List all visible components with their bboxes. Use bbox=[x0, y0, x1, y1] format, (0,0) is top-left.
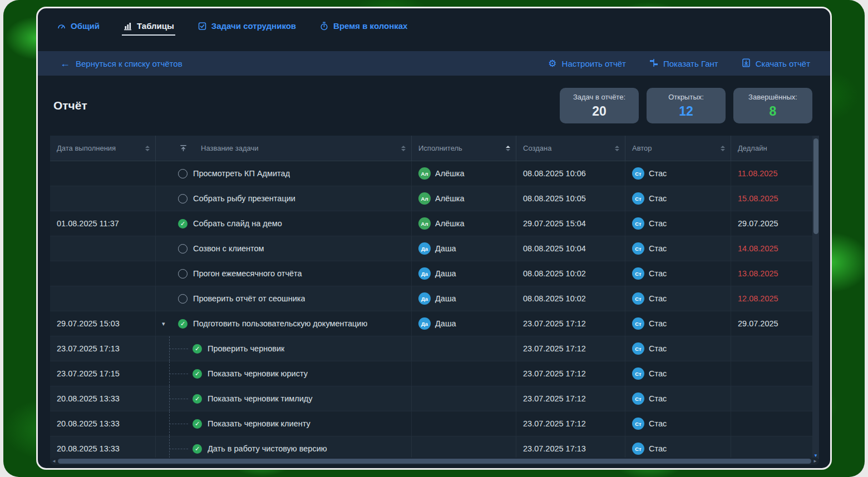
table-row[interactable]: 20.08.2025 13:33✓Показать черновик клиен… bbox=[50, 411, 812, 436]
sort-icon[interactable] bbox=[721, 146, 725, 151]
task-title-cell[interactable]: Созвон с клиентом bbox=[156, 236, 412, 261]
column-header-created[interactable]: Создана bbox=[516, 136, 625, 161]
author-cell: СтСтас bbox=[625, 386, 731, 411]
tab-tables[interactable]: Таблицы bbox=[122, 17, 175, 36]
table-row[interactable]: 23.07.2025 17:15✓Показать черновик юрист… bbox=[50, 361, 812, 386]
scroll-left-icon[interactable]: ◄ bbox=[50, 458, 58, 465]
done-status-icon[interactable]: ✓ bbox=[193, 419, 202, 429]
column-header-deadline[interactable]: Дедлайн bbox=[731, 136, 812, 161]
table-row[interactable]: Просмотреть КП АдмитадАлАлёшка08.08.2025… bbox=[50, 161, 812, 186]
table-row[interactable]: Собрать рыбу презентацииАлАлёшка08.08.20… bbox=[50, 186, 812, 211]
vertical-scrollbar-thumb[interactable] bbox=[813, 138, 818, 234]
collapse-caret-icon[interactable]: ▾ bbox=[162, 320, 165, 327]
avatar: Ст bbox=[632, 418, 644, 430]
author-cell: СтСтас bbox=[625, 186, 731, 211]
task-title-cell[interactable]: ✓Показать черновик тимлиду bbox=[156, 386, 412, 411]
action-label: Показать Гант bbox=[663, 59, 718, 68]
sort-icon[interactable] bbox=[401, 146, 406, 151]
download-report-button[interactable]: Скачать отчёт bbox=[742, 58, 810, 69]
author-cell: СтСтас bbox=[625, 236, 731, 261]
action-label: Настроить отчёт bbox=[562, 59, 626, 68]
column-header-done-date[interactable]: Дата выполнения bbox=[50, 136, 156, 161]
author-cell: СтСтас bbox=[625, 211, 731, 236]
column-header-author[interactable]: Автор bbox=[625, 136, 731, 161]
assignee-cell bbox=[412, 411, 516, 436]
assignee-cell: АлАлёшка bbox=[412, 186, 516, 211]
assignee-cell: АлАлёшка bbox=[412, 211, 516, 236]
person-name: Стас bbox=[649, 269, 667, 278]
task-title-cell[interactable]: Проверить отчёт от сеошника bbox=[156, 286, 412, 311]
avatar: Ал bbox=[418, 217, 431, 230]
task-title-cell[interactable]: ✓Показать черновик клиенту bbox=[156, 411, 412, 436]
deadline-cell: 12.08.2025 bbox=[731, 286, 812, 311]
column-header-task-title[interactable]: Название задачи bbox=[156, 136, 412, 161]
task-title-cell[interactable]: ▾✓Подготовить пользовательскую документа… bbox=[156, 311, 412, 336]
table-row[interactable]: Проверить отчёт от сеошникаДаДаша08.08.2… bbox=[50, 286, 812, 311]
done-status-icon[interactable]: ✓ bbox=[193, 444, 202, 454]
sort-icon[interactable] bbox=[615, 146, 619, 151]
back-label: Вернуться к списку отчётов bbox=[76, 59, 183, 68]
show-gantt-button[interactable]: Показать Гант bbox=[649, 58, 718, 69]
assignee-cell bbox=[412, 386, 516, 411]
person-name: Стас bbox=[649, 369, 667, 378]
author-cell: СтСтас bbox=[625, 286, 731, 311]
app-window: Общий Таблицы Задачи сотрудников Время в… bbox=[36, 7, 832, 470]
open-status-icon[interactable] bbox=[178, 169, 188, 178]
done-date-cell: 23.07.2025 17:15 bbox=[50, 361, 156, 386]
sort-icon[interactable] bbox=[506, 146, 510, 151]
person-name: Стас bbox=[649, 419, 667, 428]
table-row[interactable]: 01.08.2025 11:37✓Собрать слайд на демоАл… bbox=[50, 211, 812, 236]
scroll-right-icon[interactable]: ► bbox=[811, 458, 819, 465]
task-title-cell[interactable]: ✓Проверить черновик bbox=[156, 336, 412, 361]
toolbar-actions: ⚙ Настроить отчёт Показать Гант Скачать … bbox=[548, 58, 810, 69]
task-title-cell[interactable]: ✓Собрать слайд на демо bbox=[156, 211, 412, 236]
task-title-cell[interactable]: Собрать рыбу презентации bbox=[156, 186, 412, 211]
horizontal-scrollbar[interactable]: ◄ ► bbox=[50, 458, 819, 465]
avatar: Да bbox=[418, 267, 431, 280]
avatar: Ст bbox=[632, 217, 644, 230]
done-date-cell bbox=[50, 161, 156, 186]
column-header-assignee[interactable]: Исполнитель bbox=[412, 136, 516, 161]
table-row[interactable]: Прогон ежемесячного отчётаДаДаша08.08.20… bbox=[50, 261, 812, 286]
vertical-scrollbar[interactable]: ▼ bbox=[812, 136, 819, 459]
table-row[interactable]: 20.08.2025 13:33✓Показать черновик тимли… bbox=[50, 386, 812, 411]
done-date-cell: 29.07.2025 15:03 bbox=[50, 311, 156, 336]
done-status-icon[interactable]: ✓ bbox=[193, 344, 202, 354]
gantt-icon bbox=[649, 58, 658, 69]
tab-employee-tasks[interactable]: Задачи сотрудников bbox=[196, 17, 297, 36]
done-status-icon[interactable]: ✓ bbox=[178, 319, 188, 329]
column-label: Исполнитель bbox=[418, 144, 462, 152]
deadline-cell bbox=[731, 336, 812, 361]
done-status-icon[interactable]: ✓ bbox=[193, 394, 202, 404]
collapse-all-icon[interactable] bbox=[179, 144, 188, 152]
back-to-reports-link[interactable]: ← Вернуться к списку отчётов bbox=[60, 58, 183, 68]
table-row[interactable]: 29.07.2025 15:03▾✓Подготовить пользовате… bbox=[50, 311, 812, 336]
download-icon bbox=[742, 58, 751, 69]
tab-general[interactable]: Общий bbox=[56, 17, 101, 36]
sort-icon[interactable] bbox=[145, 146, 150, 151]
table-row[interactable]: 23.07.2025 17:13✓Проверить черновик23.07… bbox=[50, 336, 812, 361]
tab-time-in-columns[interactable]: Время в колонках bbox=[318, 17, 408, 36]
deadline-cell bbox=[731, 386, 812, 411]
configure-report-button[interactable]: ⚙ Настроить отчёт bbox=[548, 59, 626, 68]
task-title-cell[interactable]: ✓Показать черновик юристу bbox=[156, 361, 412, 386]
task-title-cell[interactable]: Просмотреть КП Адмитад bbox=[156, 161, 412, 186]
open-status-icon[interactable] bbox=[178, 294, 188, 304]
stopwatch-icon bbox=[319, 22, 329, 31]
deadline-cell: 11.08.2025 bbox=[731, 161, 812, 186]
task-title: Подготовить пользовательскую документаци… bbox=[193, 319, 367, 328]
open-status-icon[interactable] bbox=[178, 269, 188, 279]
table-header: Дата выполнения Название задачи Исполнит… bbox=[50, 136, 812, 161]
done-status-icon[interactable]: ✓ bbox=[178, 219, 188, 228]
done-status-icon[interactable]: ✓ bbox=[193, 369, 202, 379]
person-name: Стас bbox=[649, 194, 667, 203]
assignee-cell: АлАлёшка bbox=[412, 161, 516, 186]
stat-label: Завершённых: bbox=[748, 93, 797, 101]
horizontal-scrollbar-thumb[interactable] bbox=[58, 459, 811, 464]
stat-label: Задач в отчёте: bbox=[573, 93, 625, 101]
done-date-cell bbox=[50, 236, 156, 261]
task-title-cell[interactable]: Прогон ежемесячного отчёта bbox=[156, 261, 412, 286]
open-status-icon[interactable] bbox=[178, 244, 188, 254]
open-status-icon[interactable] bbox=[178, 194, 188, 203]
table-row[interactable]: Созвон с клиентомДаДаша08.08.2025 10:04С… bbox=[50, 236, 812, 261]
